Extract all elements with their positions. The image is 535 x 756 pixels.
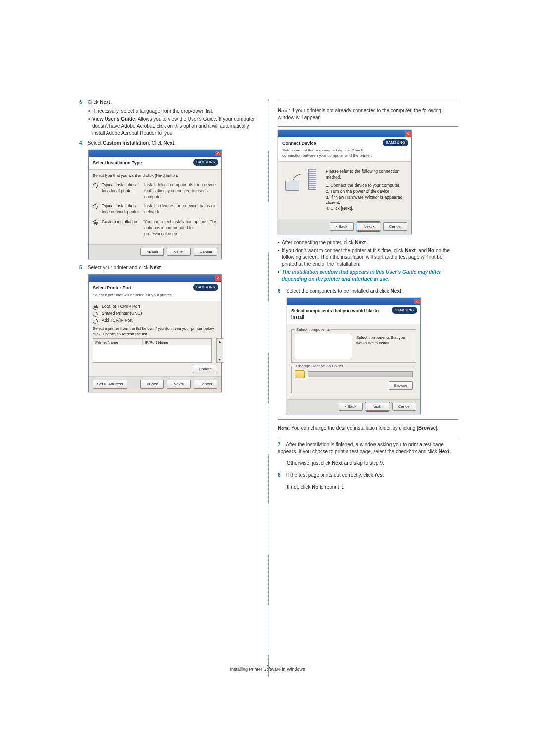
- bullet-item: After connecting the printer, click Next…: [278, 239, 458, 246]
- destination-path-bar: [308, 371, 413, 377]
- radio-option-typical-network[interactable]: Typical installation for a network print…: [93, 203, 217, 215]
- radio-icon: [93, 305, 98, 310]
- next-button[interactable]: Next>: [167, 380, 191, 388]
- option-label: Typical installation for a local printer: [102, 182, 140, 194]
- step-3-bullets: If necessary, select a language from the…: [88, 108, 260, 137]
- column-header-printer-name: Printer Name: [93, 339, 143, 345]
- instruction-lead: Please refer to the following connection…: [326, 169, 407, 181]
- right-column: Note: If your printer is not already con…: [269, 99, 458, 677]
- back-button[interactable]: <Back: [339, 403, 363, 411]
- close-icon[interactable]: ×: [215, 275, 221, 281]
- radio-icon: [93, 312, 98, 317]
- instruction-item: 3. If "New Hardware Wizard" is appeared,…: [326, 195, 407, 206]
- back-button[interactable]: <Back: [330, 222, 354, 231]
- instruction-item: 4. Click [Next].: [326, 206, 407, 212]
- dialog-select-installation-type: × SAMSUNG Select Installation Type Selec…: [88, 150, 222, 259]
- two-column-content: 3 Click Next. If necessary, select a lan…: [79, 99, 458, 677]
- cancel-button[interactable]: Cancel: [194, 380, 217, 388]
- next-button[interactable]: Next>: [357, 222, 380, 231]
- printer-list-table[interactable]: Printer Name IP/Port Name: [93, 338, 212, 363]
- update-button[interactable]: Update: [193, 365, 217, 373]
- page-number: 6: [0, 662, 535, 667]
- scrollbar[interactable]: ▴ ▾: [216, 338, 223, 363]
- radio-option-typical-local[interactable]: Typical installation for a local printer…: [93, 182, 217, 200]
- connection-illustration: [282, 169, 321, 198]
- step-number: 7: [278, 441, 285, 448]
- dialog-titlebar: ×: [89, 150, 221, 157]
- dialog-subtitle: Select type that you want and click [Nex…: [93, 173, 217, 178]
- instruction-item: 2. Turn on the power of the device.: [326, 189, 407, 195]
- radio-option-custom[interactable]: Custom installation You can select insta…: [93, 219, 217, 237]
- dialog-header: SAMSUNG Select components that you would…: [287, 305, 420, 324]
- horizontal-rule: [278, 419, 458, 420]
- option-description: You can select installation options. Thi…: [144, 219, 217, 237]
- option-label: Custom installation: [102, 219, 140, 225]
- back-button[interactable]: <Back: [140, 380, 164, 388]
- dialog-button-row: Set IP Address <Back Next> Cancel: [89, 376, 221, 391]
- computer-icon: [308, 169, 316, 190]
- step-number: 3: [79, 99, 86, 106]
- option-label: Shared Printer (UNC): [102, 311, 142, 317]
- radio-local-tcpip[interactable]: Local or TCP/IP Port: [93, 304, 217, 310]
- step-7-text: After the installation is finished, a wi…: [278, 442, 451, 454]
- group-destination-folder: Change Destination Folder Browse: [291, 366, 416, 393]
- back-button[interactable]: <Back: [140, 248, 164, 256]
- instruction-item: 1. Connect the device to your computer.: [326, 183, 407, 189]
- note-2: Note: You can change the desired install…: [278, 425, 458, 432]
- note-label: Note: [278, 425, 289, 431]
- dialog-subtitle: Select a port that will be used for your…: [93, 292, 217, 298]
- dialog-select-printer-port: × SAMSUNG Select Printer Port Select a p…: [88, 274, 222, 392]
- option-description: Install softwares for a device that is o…: [144, 203, 217, 215]
- cancel-button[interactable]: Cancel: [194, 248, 217, 256]
- horizontal-rule: [278, 126, 458, 127]
- step-6: 6 Select the components to be installed …: [278, 288, 458, 295]
- step-number: 8: [278, 472, 285, 479]
- step-8: 8 If the test page prints out correctly,…: [278, 472, 458, 479]
- step-number: 4: [79, 140, 86, 147]
- close-icon[interactable]: ×: [414, 299, 420, 304]
- dialog-body: Select components Select components that…: [287, 324, 420, 399]
- dialog-titlebar: ×: [287, 298, 420, 305]
- step-5: 5 Select your printer and click Next.: [79, 264, 260, 271]
- scroll-up-icon[interactable]: ▴: [217, 339, 223, 344]
- scroll-down-icon[interactable]: ▾: [217, 357, 223, 362]
- dialog-titlebar: ×: [89, 275, 221, 282]
- radio-icon: [93, 319, 98, 324]
- samsung-logo: SAMSUNG: [383, 139, 408, 146]
- samsung-logo: SAMSUNG: [392, 307, 417, 314]
- dialog-body: Please refer to the following connection…: [278, 162, 411, 219]
- bullet-item-highlight: The installation window that appears in …: [278, 269, 458, 283]
- radio-shared-unc[interactable]: Shared Printer (UNC): [93, 311, 217, 317]
- dialog-header: SAMSUNG Connect Device Setup can not fin…: [278, 137, 411, 162]
- cancel-button[interactable]: Cancel: [383, 222, 407, 231]
- list-hint: Select a printer from the list below. If…: [93, 326, 217, 337]
- bullet-item: If necessary, select a language from the…: [88, 108, 260, 115]
- step-3: 3 Click Next.: [79, 99, 260, 106]
- set-ip-button[interactable]: Set IP Address: [93, 380, 127, 388]
- dialog-titlebar: ×: [278, 130, 411, 137]
- components-listbox[interactable]: [295, 334, 352, 359]
- destination-row: [295, 370, 413, 378]
- close-icon[interactable]: ×: [215, 151, 221, 156]
- bullet-item: If you don't want to connect the printer…: [278, 247, 458, 268]
- radio-add-tcpip[interactable]: Add TCP/IP Port: [93, 318, 217, 324]
- close-icon[interactable]: ×: [405, 131, 411, 137]
- samsung-logo: SAMSUNG: [193, 159, 218, 166]
- dialog-body: Select type that you want and click [Nex…: [89, 170, 221, 244]
- printer-icon: [285, 181, 299, 191]
- footer-title: Installing Printer Software in Windows: [230, 667, 305, 672]
- step-5-text: Select your printer and click Next.: [88, 265, 162, 270]
- instruction-list: Please refer to the following connection…: [326, 169, 407, 212]
- cancel-button[interactable]: Cancel: [392, 403, 416, 411]
- next-button[interactable]: Next>: [366, 403, 389, 411]
- column-header-ip-port: IP/Port Name: [143, 339, 211, 345]
- step-4: 4 Select Custom installation. Click Next…: [79, 140, 260, 147]
- option-description: Install default components for a device …: [144, 182, 217, 200]
- dialog-header: SAMSUNG Select Installation Type: [89, 157, 221, 170]
- dialog-button-row: <Back Next> Cancel: [287, 399, 420, 414]
- page-footer: 6 Installing Printer Software in Windows: [0, 662, 535, 672]
- next-button[interactable]: Next>: [167, 248, 191, 256]
- browse-button[interactable]: Browse: [389, 381, 413, 390]
- step-number: 5: [79, 264, 86, 271]
- option-label: Local or TCP/IP Port: [102, 304, 140, 310]
